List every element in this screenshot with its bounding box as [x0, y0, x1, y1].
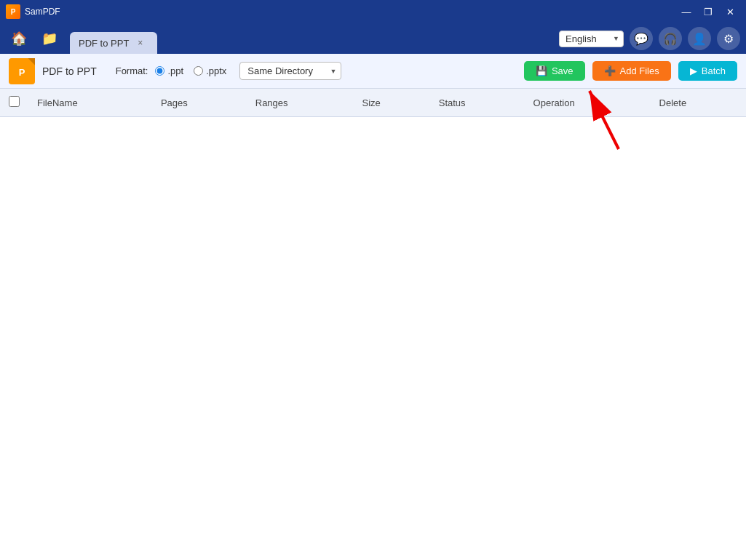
save-icon: 💾: [536, 65, 547, 76]
language-select[interactable]: English Chinese Japanese: [559, 31, 624, 47]
language-selector-wrapper: English Chinese Japanese: [559, 31, 624, 47]
table-col-size: Size: [354, 89, 430, 117]
table-col-ranges: Ranges: [247, 89, 354, 117]
table-col-filename: FileName: [28, 89, 152, 117]
save-button[interactable]: 💾 Save: [524, 61, 585, 81]
file-table-container: FileName Pages Ranges Size Status: [0, 89, 746, 560]
format-radio-group: .ppt .pptx: [155, 65, 226, 76]
table-col-status: Status: [430, 89, 525, 117]
table-header-row: FileName Pages Ranges Size Status: [0, 89, 746, 117]
file-table: FileName Pages Ranges Size Status: [0, 89, 746, 117]
pdf-to-ppt-tab[interactable]: PDF to PPT ×: [70, 32, 157, 54]
restore-button[interactable]: ❐: [698, 4, 718, 19]
add-files-icon: ➕: [604, 65, 616, 76]
folder-button[interactable]: 📁: [36, 25, 63, 52]
tool-row: P PDF to PPT Format: .ppt .pptx Same Dir…: [0, 54, 746, 89]
app-icon-letter: P: [11, 8, 16, 16]
format-pptx-label: .pptx: [206, 65, 226, 76]
format-label: Format:: [116, 65, 148, 76]
format-ppt-option[interactable]: .ppt: [155, 65, 183, 76]
table-col-pages: Pages: [152, 89, 247, 117]
select-all-checkbox[interactable]: [9, 96, 20, 107]
batch-button[interactable]: ▶ Batch: [678, 61, 737, 81]
table-col-checkbox: [0, 89, 28, 117]
tab-bar: PDF to PPT ×: [67, 23, 555, 54]
format-ppt-radio[interactable]: [155, 66, 164, 76]
directory-select[interactable]: Same Directory Custom Directory: [239, 62, 341, 80]
save-label: Save: [552, 65, 574, 76]
table-header: FileName Pages Ranges Size Status: [0, 89, 746, 117]
headset-button[interactable]: 🎧: [659, 27, 682, 50]
settings-button[interactable]: ⚙: [717, 27, 740, 50]
titlebar-left: P SamPDF: [6, 4, 60, 19]
add-files-label: Add Files: [620, 65, 659, 76]
home-button[interactable]: 🏠: [6, 25, 32, 52]
batch-icon: ▶: [690, 65, 697, 76]
chat-button[interactable]: 💬: [630, 27, 653, 50]
table-col-delete: Delete: [651, 89, 746, 117]
batch-label: Batch: [702, 65, 726, 76]
file-icon-letter: P: [19, 67, 25, 78]
language-area: English Chinese Japanese 💬 🎧 👤 ⚙: [559, 27, 740, 50]
table-col-operation: Operation: [525, 89, 651, 117]
format-pptx-option[interactable]: .pptx: [194, 65, 226, 76]
content-area: P PDF to PPT Format: .ppt .pptx Same Dir…: [0, 54, 746, 560]
add-files-button[interactable]: ➕ Add Files: [592, 61, 671, 81]
tab-label: PDF to PPT: [79, 38, 129, 49]
close-button[interactable]: ✕: [720, 4, 740, 19]
format-pptx-radio[interactable]: [194, 66, 203, 76]
file-type-icon: P: [9, 58, 35, 84]
navbar: 🏠 📁 PDF to PPT × English Chinese Japanes…: [0, 23, 746, 54]
directory-selector-wrapper: Same Directory Custom Directory: [239, 62, 341, 80]
format-ppt-label: .ppt: [167, 65, 183, 76]
app-title: SamPDF: [25, 7, 60, 17]
tab-close-icon[interactable]: ×: [138, 38, 143, 48]
minimize-button[interactable]: —: [676, 4, 697, 19]
titlebar: P SamPDF — ❐ ✕: [0, 0, 746, 23]
app-icon: P: [6, 4, 20, 19]
tool-title: PDF to PPT: [42, 65, 97, 77]
titlebar-controls: — ❐ ✕: [676, 4, 740, 19]
user-button[interactable]: 👤: [688, 27, 711, 50]
